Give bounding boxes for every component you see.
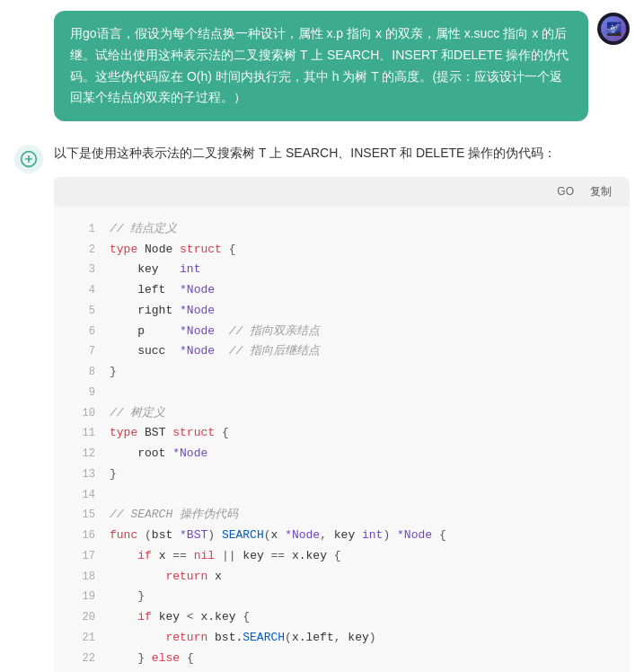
code-line: 18 return x [70, 567, 613, 588]
line-number: 12 [70, 445, 95, 464]
code-block-wrapper: GO 复制 1 // 结点定义 2 type Node struct { [54, 177, 630, 672]
code-line: 6 p *Node // 指向双亲结点 [70, 322, 613, 342]
avatar-icon: 🌌 [606, 22, 622, 36]
line-content [110, 383, 117, 403]
page-container: 用go语言，假设为每个结点换一种设计，属性 x.p 指向 x 的双亲，属性 x.… [0, 0, 644, 672]
ai-message-row: 以下是使用这种表示法的二叉搜索树 T 上 SEARCH、INSERT 和 DEL… [0, 132, 644, 672]
line-content: } [110, 362, 117, 383]
line-content: right *Node [110, 301, 215, 322]
code-line: 15 // SEARCH 操作伪代码 [70, 505, 613, 526]
line-content: succ *Node // 指向后继结点 [110, 341, 320, 362]
code-line: 8 } [70, 362, 613, 383]
line-content: // SEARCH 操作伪代码 [110, 505, 238, 526]
copy-button[interactable]: 复制 [585, 182, 617, 201]
user-bubble: 用go语言，假设为每个结点换一种设计，属性 x.p 指向 x 的双亲，属性 x.… [54, 11, 588, 121]
code-line: 4 left *Node [70, 280, 613, 301]
avatar-inner: 🌌 [601, 16, 626, 41]
line-number: 3 [70, 261, 95, 279]
code-line: 3 key int [70, 260, 613, 280]
line-number: 4 [70, 281, 95, 300]
line-content: return x [110, 567, 222, 588]
code-line: 2 type Node struct { [70, 240, 613, 261]
ai-intro-text: 以下是使用这种表示法的二叉搜索树 T 上 SEARCH、INSERT 和 DEL… [54, 143, 630, 164]
line-number: 17 [70, 547, 95, 566]
user-message-text: 用go语言，假设为每个结点换一种设计，属性 x.p 指向 x 的双亲，属性 x.… [70, 26, 569, 104]
line-number: 14 [70, 486, 95, 505]
line-content: p *Node // 指向双亲结点 [110, 322, 320, 342]
line-content: } [110, 464, 117, 485]
line-number: 5 [70, 302, 95, 321]
line-number: 13 [70, 465, 95, 484]
line-number: 6 [70, 323, 95, 341]
line-number: 1 [70, 220, 95, 239]
avatar: 🌌 [597, 13, 630, 45]
line-number: 10 [70, 404, 95, 423]
line-content: return bst.SEARCH(x.right, key) [110, 668, 383, 672]
ai-avatar [14, 145, 43, 173]
code-line: 20 if key < x.key { [70, 607, 613, 628]
code-line: 5 right *Node [70, 301, 613, 322]
line-content: root *Node [110, 444, 207, 464]
code-line: 10 // 树定义 [70, 403, 613, 424]
line-number: 18 [70, 568, 95, 587]
line-number: 7 [70, 342, 95, 361]
line-content [110, 485, 117, 506]
line-content: return bst.SEARCH(x.left, key) [110, 628, 376, 649]
code-line: 9 [70, 383, 613, 403]
code-line: 1 // 结点定义 [70, 219, 613, 240]
line-content: type Node struct { [110, 240, 236, 261]
line-number: 9 [70, 384, 95, 402]
line-content: } else { [110, 649, 194, 669]
code-line: 23 return bst.SEARCH(x.right, key) [70, 668, 613, 672]
code-line: 14 [70, 485, 613, 506]
line-content: if key < x.key { [110, 607, 250, 628]
line-content: type BST struct { [110, 423, 229, 444]
code-line: 19 } [70, 587, 613, 607]
code-line: 21 return bst.SEARCH(x.left, key) [70, 628, 613, 649]
code-block-header: GO 复制 [54, 177, 630, 207]
line-content: } [110, 587, 145, 607]
line-number: 21 [70, 629, 95, 648]
line-number: 15 [70, 506, 95, 525]
code-line: 11 type BST struct { [70, 423, 613, 444]
line-content: if x == nil || key == x.key { [110, 546, 341, 567]
line-content: left *Node [110, 280, 215, 301]
line-number: 2 [70, 241, 95, 260]
ai-icon [20, 150, 38, 168]
ai-content: 以下是使用这种表示法的二叉搜索树 T 上 SEARCH、INSERT 和 DEL… [54, 143, 630, 672]
line-number: 16 [70, 526, 95, 545]
line-content: key int [110, 260, 200, 280]
line-number: 11 [70, 424, 95, 443]
line-number: 22 [70, 650, 95, 668]
user-message-row: 用go语言，假设为每个结点换一种设计，属性 x.p 指向 x 的双亲，属性 x.… [0, 0, 644, 132]
line-number: 19 [70, 588, 95, 606]
code-line: 16 func (bst *BST) SEARCH(x *Node, key i… [70, 526, 613, 546]
line-content: // 结点定义 [110, 219, 177, 240]
code-line: 12 root *Node [70, 444, 613, 464]
code-line: 22 } else { [70, 649, 613, 669]
line-number: 8 [70, 363, 95, 382]
line-content: func (bst *BST) SEARCH(x *Node, key int)… [110, 526, 446, 546]
code-line: 13 } [70, 464, 613, 485]
line-content: // 树定义 [110, 403, 165, 424]
line-number: 20 [70, 608, 95, 627]
code-line: 17 if x == nil || key == x.key { [70, 546, 613, 567]
code-block: 1 // 结点定义 2 type Node struct { 3 key int [54, 207, 630, 672]
code-line: 7 succ *Node // 指向后继结点 [70, 341, 613, 362]
code-lang-label: GO [557, 183, 574, 200]
